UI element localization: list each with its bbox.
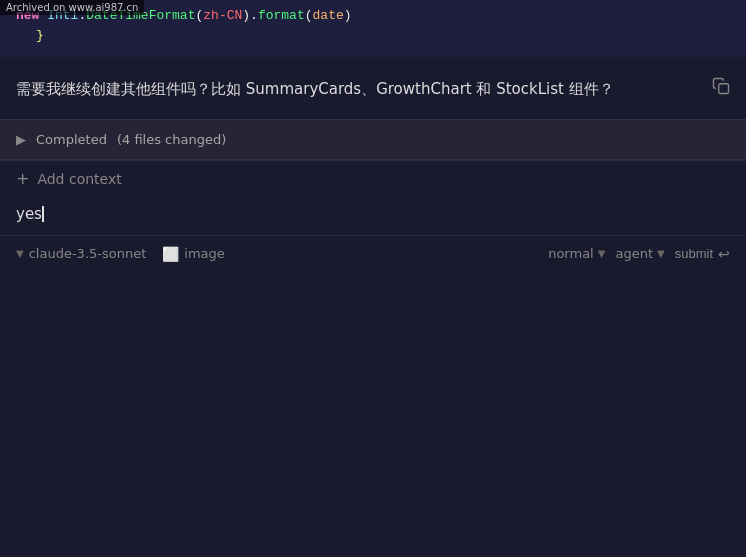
user-input-text: yes bbox=[16, 205, 730, 223]
completed-label: Completed bbox=[36, 132, 107, 147]
image-button[interactable]: ⬜ image bbox=[162, 246, 225, 262]
end-paren: ) bbox=[344, 8, 352, 23]
plus-icon: + bbox=[16, 171, 29, 187]
completed-bar[interactable]: ▶ Completed (4 files changed) bbox=[0, 119, 746, 160]
locale-value: zh-CN bbox=[203, 8, 242, 23]
closing-brace: } bbox=[36, 28, 44, 43]
mode-selector[interactable]: normal ▼ agent ▼ bbox=[548, 246, 665, 261]
mode-chevron-icon: ▼ bbox=[598, 248, 606, 259]
svg-rect-0 bbox=[719, 84, 729, 94]
model-selector[interactable]: ▼ claude-3.5-sonnet bbox=[16, 246, 146, 261]
image-icon: ⬜ bbox=[162, 246, 179, 262]
code-line-2: } bbox=[16, 26, 730, 46]
message-section: 需要我继续创建其他组件吗？比如 SummaryCards、GrowthChart… bbox=[0, 57, 746, 119]
mode-label: normal bbox=[548, 246, 594, 261]
format-call: format bbox=[258, 8, 305, 23]
open-date-paren: ( bbox=[305, 8, 313, 23]
model-name: claude-3.5-sonnet bbox=[29, 246, 147, 261]
add-context-bar[interactable]: + Add context bbox=[0, 160, 746, 197]
copy-icon[interactable] bbox=[712, 77, 730, 99]
date-param: date bbox=[313, 8, 344, 23]
chevron-right-icon: ▶ bbox=[16, 132, 26, 147]
submit-button[interactable]: submit ↩ bbox=[675, 246, 730, 262]
add-context-label: Add context bbox=[37, 171, 121, 187]
input-section[interactable]: yes bbox=[0, 197, 746, 235]
files-changed-count: (4 files changed) bbox=[117, 132, 226, 147]
agent-chevron-icon: ▼ bbox=[657, 248, 665, 259]
message-text: 需要我继续创建其他组件吗？比如 SummaryCards、GrowthChart… bbox=[16, 77, 730, 103]
bottom-left: ▼ claude-3.5-sonnet ⬜ image bbox=[16, 246, 225, 262]
agent-label: agent bbox=[615, 246, 653, 261]
bottom-bar: ▼ claude-3.5-sonnet ⬜ image normal ▼ age… bbox=[0, 235, 746, 272]
submit-label: submit bbox=[675, 246, 713, 261]
close-paren: ). bbox=[242, 8, 258, 23]
image-label: image bbox=[184, 246, 225, 261]
watermark: Archived on www.ai987.cn bbox=[0, 0, 144, 15]
bottom-right: normal ▼ agent ▼ submit ↩ bbox=[548, 246, 730, 262]
submit-icon: ↩ bbox=[718, 246, 730, 262]
chevron-down-icon: ▼ bbox=[16, 248, 24, 259]
